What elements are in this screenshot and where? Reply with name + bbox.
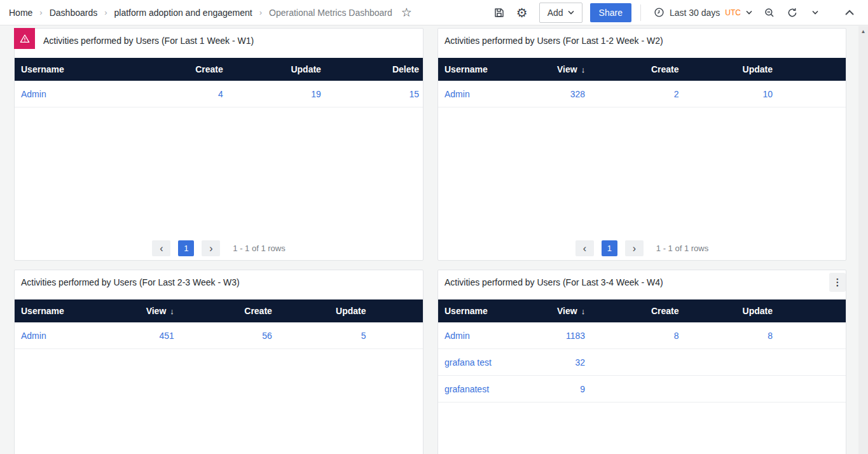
sort-descending-arrow-icon: ↓ [170, 306, 174, 316]
dashboard-settings-gear-icon[interactable]: ⚙ [513, 3, 532, 22]
page-scrollbar[interactable]: ▲ [858, 26, 868, 454]
breadcrumb-current-dashboard: Operational Metrics Dashboard [269, 8, 392, 18]
value-cell: 328 [536, 89, 589, 99]
table-pagination: ‹1›1 - 1 of 1 rows [15, 240, 423, 256]
refresh-interval-chevron-icon[interactable] [806, 3, 825, 22]
pagination-next-button[interactable]: › [202, 240, 220, 256]
pagination-page-1-button[interactable]: 1 [602, 240, 617, 256]
column-header-update[interactable]: Update [227, 64, 325, 74]
breadcrumb-home[interactable]: Home [9, 8, 32, 18]
breadcrumb-separator: › [259, 8, 262, 17]
zoom-out-time-range-icon[interactable] [760, 3, 779, 22]
panel-error-warning-icon[interactable] [14, 28, 35, 49]
pagination-next-button[interactable]: › [625, 240, 644, 256]
value-link[interactable]: 2 [674, 89, 679, 99]
username-cell: Admin [438, 89, 536, 99]
panel-activities-w2: Activities performed by Users (For Last … [437, 28, 846, 261]
panel-menu-kebab-icon[interactable]: ⋮ [829, 273, 846, 292]
column-header-delete[interactable]: Delete [325, 64, 423, 74]
value-cell: 9 [536, 384, 589, 394]
value-cell: 8 [683, 331, 776, 341]
value-cell: 2 [589, 89, 682, 99]
column-header-update[interactable]: Update [276, 306, 370, 316]
panel-title[interactable]: Activities performed by Users (For Last … [444, 277, 663, 287]
chevron-down-icon [568, 10, 574, 15]
add-panel-button[interactable]: Add [539, 3, 582, 23]
column-header-view[interactable]: View↓ [536, 64, 589, 74]
share-button[interactable]: Share [590, 3, 631, 22]
breadcrumb-folder[interactable]: platform adoption and engagement [114, 8, 252, 18]
panel-activities-w3: Activities performed by Users (For Last … [14, 270, 424, 454]
value-link[interactable]: 8 [768, 331, 773, 341]
table-row: Admin118388 [438, 322, 846, 349]
username-link[interactable]: Admin [21, 331, 46, 341]
value-link[interactable]: 1183 [566, 331, 585, 341]
value-cell: 451 [121, 331, 178, 341]
pagination-row-count: 1 - 1 of 1 rows [656, 244, 708, 253]
value-link[interactable]: 56 [262, 331, 272, 341]
column-header-create[interactable]: Create [589, 64, 682, 74]
value-link[interactable]: 328 [570, 89, 585, 99]
username-link[interactable]: Admin [444, 89, 470, 99]
pagination-previous-button[interactable]: ‹ [152, 240, 170, 256]
column-header-username[interactable]: Username [15, 306, 121, 316]
panel-activities-w4: Activities performed by Users (For Last … [437, 270, 846, 454]
add-button-label: Add [548, 8, 563, 18]
value-link[interactable]: 5 [361, 331, 366, 341]
sort-descending-arrow-icon: ↓ [581, 65, 586, 74]
panel-header: Activities performed by Users (For Last … [15, 29, 423, 53]
collapse-top-bar-icon[interactable] [840, 3, 859, 22]
value-cell: 19 [227, 89, 325, 99]
time-range-picker[interactable]: Last 30 days UTC [650, 3, 756, 22]
top-nav-bar: Home › Dashboards › platform adoption an… [0, 0, 868, 25]
panel-title[interactable]: Activities performed by Users (For Last … [21, 277, 240, 287]
table-header-row: UsernameView↓CreateUpdate [438, 58, 846, 81]
column-header-create[interactable]: Create [178, 306, 276, 316]
value-link[interactable]: 8 [674, 331, 679, 341]
panel-title[interactable]: Activities performed by Users (For Last … [444, 36, 663, 46]
value-link[interactable]: 15 [409, 89, 419, 99]
value-link[interactable]: 9 [580, 384, 585, 394]
value-cell: 8 [589, 331, 682, 341]
activities-table: UsernameView↓CreateUpdateAdmin451565 [15, 299, 423, 349]
column-header-update[interactable]: Update [683, 64, 776, 74]
breadcrumb-dashboards[interactable]: Dashboards [50, 8, 98, 18]
column-header-create[interactable]: Create [121, 64, 227, 74]
breadcrumb-separator: › [104, 8, 107, 17]
table-row: Admin328210 [438, 81, 846, 107]
grafana-dashboard: Home › Dashboards › platform adoption an… [0, 0, 868, 454]
table-header-row: UsernameView↓CreateUpdate [438, 299, 846, 322]
column-header-username[interactable]: Username [438, 306, 536, 316]
value-cell: 10 [683, 89, 776, 99]
table-pagination: ‹1›1 - 1 of 1 rows [438, 240, 846, 256]
save-dashboard-icon[interactable] [490, 3, 509, 22]
table-row: Admin41915 [15, 81, 423, 107]
favorite-star-icon[interactable]: ☆ [401, 6, 412, 18]
column-header-username[interactable]: Username [15, 64, 121, 74]
column-header-username[interactable]: Username [438, 64, 536, 74]
username-link[interactable]: grafana test [444, 357, 492, 368]
column-header-update[interactable]: Update [683, 306, 776, 316]
username-link[interactable]: Admin [21, 89, 46, 99]
scrollbar-up-arrow-icon[interactable]: ▲ [858, 26, 868, 36]
value-link[interactable]: 32 [575, 357, 586, 368]
pagination-row-count: 1 - 1 of 1 rows [233, 244, 285, 253]
time-range-label: Last 30 days [670, 8, 720, 18]
panel-title[interactable]: Activities performed by Users (For Last … [43, 36, 254, 46]
username-link[interactable]: grafanatest [444, 384, 489, 394]
column-header-create[interactable]: Create [589, 306, 682, 316]
refresh-dashboard-icon[interactable] [783, 3, 802, 22]
value-link[interactable]: 10 [762, 89, 773, 99]
value-link[interactable]: 451 [159, 331, 174, 341]
value-link[interactable]: 4 [218, 89, 223, 99]
value-cell: 4 [121, 89, 227, 99]
pagination-page-1-button[interactable]: 1 [178, 240, 194, 256]
activities-table: UsernameView↓CreateUpdateAdmin118388graf… [438, 299, 846, 402]
column-header-view[interactable]: View↓ [121, 306, 178, 316]
value-link[interactable]: 19 [311, 89, 321, 99]
value-cell: 1183 [536, 331, 589, 341]
pagination-previous-button[interactable]: ‹ [575, 240, 594, 256]
activities-table: UsernameView↓CreateUpdateAdmin328210 [438, 58, 846, 107]
column-header-view[interactable]: View↓ [536, 306, 589, 316]
username-link[interactable]: Admin [444, 331, 470, 341]
